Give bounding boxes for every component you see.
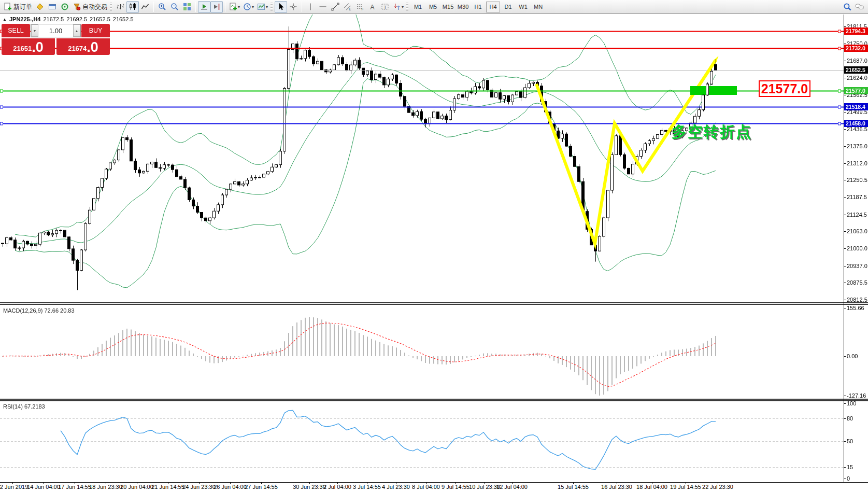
- candlestick-chart-icon: [129, 3, 137, 11]
- panel-divider[interactable]: [0, 399, 868, 401]
- crosshair-button[interactable]: [287, 1, 300, 13]
- strategy-tester-button[interactable]: [59, 1, 71, 13]
- terminal-button[interactable]: [46, 1, 59, 13]
- timeframe-m5-button[interactable]: M5: [426, 2, 440, 12]
- toolbar-separator: [302, 2, 302, 12]
- horizontal-line-button[interactable]: [317, 1, 329, 13]
- time-axis-label: 12 Jul 04:00: [490, 484, 534, 490]
- sell-button[interactable]: SELL: [2, 24, 30, 37]
- price-tick-mark: [844, 26, 846, 27]
- indicators-icon: [229, 3, 237, 11]
- volume-increase-button[interactable]: ▲: [73, 24, 80, 37]
- arrows-dropdown-caret[interactable]: ▾: [402, 5, 404, 9]
- price-tick-label: 21000.0: [847, 245, 868, 251]
- periods-dropdown-caret[interactable]: ▾: [252, 5, 254, 9]
- vertical-line-button[interactable]: [304, 1, 317, 13]
- price-tick-mark: [844, 95, 846, 95]
- indicators-button[interactable]: ▾: [227, 1, 241, 13]
- time-tick-mark: [485, 482, 485, 484]
- sell-price-box[interactable]: 21651 .0: [2, 38, 55, 55]
- zoom-in-button[interactable]: [156, 1, 168, 13]
- text-button[interactable]: A: [366, 1, 379, 13]
- autotrading-button[interactable]: 自动交易: [71, 1, 109, 13]
- toolbar-grip[interactable]: [110, 2, 112, 11]
- macd-tick-mark: [844, 356, 846, 357]
- tile-windows-button[interactable]: [181, 1, 193, 13]
- zoom-in-icon: [158, 3, 166, 11]
- volume-input[interactable]: 1.00: [38, 24, 73, 37]
- time-tick-mark: [617, 482, 617, 484]
- timeframe-group: M1M5M15M30H1H4D1W1MN: [410, 0, 546, 14]
- metaeditor-button[interactable]: [34, 1, 46, 13]
- timeframe-h4-button[interactable]: H4: [486, 2, 500, 12]
- autoscroll-button[interactable]: [198, 1, 210, 13]
- price-badge: 21794.3: [844, 27, 868, 35]
- fibonacci-button[interactable]: F: [354, 1, 366, 13]
- toolbar-group-zoom: [156, 0, 193, 14]
- toolbar-separator: [195, 2, 196, 12]
- svg-text:E: E: [349, 7, 351, 11]
- price-tick-label: 20812.5: [847, 297, 868, 303]
- sell-price-big: .0: [32, 40, 44, 54]
- templates-icon: [257, 3, 265, 11]
- rsi-tick-label: 50: [847, 438, 868, 444]
- cursor-button[interactable]: [275, 1, 287, 13]
- timeframe-d1-button[interactable]: D1: [501, 2, 515, 12]
- macd-tick-mark: [844, 308, 846, 308]
- chat-button[interactable]: [853, 1, 866, 13]
- equidistant-channel-button[interactable]: E: [341, 1, 354, 13]
- timeframe-h1-button[interactable]: H1: [471, 2, 485, 12]
- time-tick-mark: [261, 482, 262, 484]
- timeframe-m15-button[interactable]: M15: [441, 2, 455, 12]
- metaeditor-icon: [36, 3, 44, 11]
- svg-text:F: F: [362, 7, 364, 11]
- one-click-trade-panel: SELL ▼ 1.00 ▲ BUY 21651 .0 21674 .0: [2, 24, 110, 55]
- arrows-button[interactable]: ▾: [391, 1, 405, 13]
- horizontal-line-icon: [319, 3, 327, 11]
- macd-tick-label: 0.00: [847, 353, 868, 359]
- equidistant-channel-icon: E: [344, 3, 352, 11]
- periods-button[interactable]: ▾: [241, 1, 255, 13]
- time-axis-label: 27 Jun 14:55: [239, 484, 283, 490]
- svg-text:T: T: [384, 5, 387, 10]
- new-order-button[interactable]: 新订单: [2, 1, 34, 13]
- symbol-marker-icon: ▲: [3, 17, 7, 22]
- timeframe-w1-button[interactable]: W1: [516, 2, 530, 12]
- cursor-icon: [277, 3, 285, 11]
- chart-shift-button[interactable]: [210, 1, 223, 13]
- timeframe-m30-button[interactable]: M30: [456, 2, 470, 12]
- macd-canvas[interactable]: [0, 305, 844, 399]
- autoscroll-icon: [200, 3, 208, 11]
- bar-chart-button[interactable]: [114, 1, 126, 13]
- line-chart-button[interactable]: [139, 1, 151, 13]
- buy-price-box[interactable]: 21674 .0: [56, 38, 110, 55]
- rsi-label: RSI(14) 67.2183: [3, 403, 45, 410]
- indicators-dropdown-caret[interactable]: ▾: [238, 5, 240, 9]
- toolbar-grip[interactable]: [271, 2, 273, 11]
- price-tick-label: 21250.5: [847, 177, 868, 183]
- trendline-icon: [331, 3, 339, 11]
- panel-divider[interactable]: [0, 302, 868, 305]
- toolbar-group-chart-type: [114, 0, 151, 14]
- time-tick-mark: [426, 482, 426, 484]
- rsi-canvas[interactable]: [0, 401, 844, 482]
- arrows-icon: [393, 3, 401, 11]
- templates-dropdown-caret[interactable]: ▾: [266, 5, 268, 9]
- price-tick-label: 21375.0: [847, 143, 868, 149]
- candlestick-chart-button[interactable]: [126, 1, 139, 13]
- templates-button[interactable]: ▾: [255, 1, 269, 13]
- volume-decrease-button[interactable]: ▼: [31, 24, 38, 37]
- text-label-button[interactable]: T: [379, 1, 391, 13]
- price-tick-mark: [844, 248, 846, 249]
- toolbar: 新订单: [0, 0, 868, 14]
- main-chart-canvas[interactable]: [0, 15, 844, 303]
- zoom-out-button[interactable]: [168, 1, 181, 13]
- buy-price-main: 21674: [68, 43, 87, 54]
- timeframe-m1-button[interactable]: M1: [411, 2, 425, 12]
- trendline-button[interactable]: [329, 1, 341, 13]
- time-tick-mark: [718, 482, 718, 484]
- timeframe-mn-button[interactable]: MN: [531, 2, 545, 12]
- buy-button[interactable]: BUY: [81, 24, 110, 37]
- toolbar-grip[interactable]: [406, 2, 408, 11]
- search-button[interactable]: [841, 1, 853, 13]
